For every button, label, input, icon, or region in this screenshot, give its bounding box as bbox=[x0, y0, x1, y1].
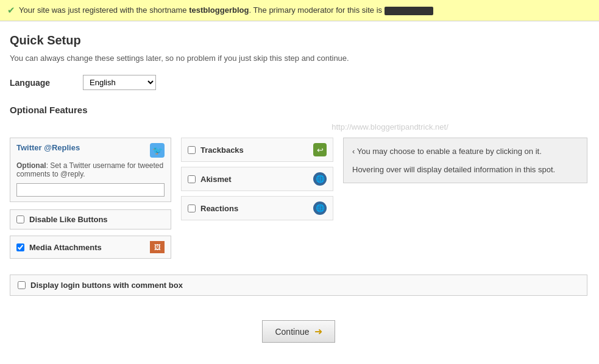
reactions-icon: 🌐 bbox=[313, 201, 327, 215]
continue-area: Continue ➜ bbox=[10, 320, 587, 343]
akismet-label[interactable]: Akismet bbox=[200, 175, 308, 184]
continue-arrow-icon: ➜ bbox=[314, 326, 322, 337]
akismet-icon: 🌐 bbox=[313, 172, 327, 186]
language-row: Language English French Spanish German I… bbox=[10, 75, 587, 90]
trackbacks-row: Trackbacks ↩ bbox=[181, 138, 333, 162]
info-box: ‹ You may choose to enable a feature by … bbox=[343, 138, 587, 183]
media-icon: 🖼 bbox=[150, 241, 165, 253]
reactions-checkbox[interactable] bbox=[188, 205, 196, 212]
continue-label: Continue bbox=[275, 327, 309, 337]
twitter-description: Optional: Set a Twitter username for twe… bbox=[16, 161, 165, 178]
twitter-icon: 🐦 bbox=[150, 143, 165, 158]
language-select[interactable]: English French Spanish German Italian Po… bbox=[83, 75, 156, 90]
info-line2: Hovering over will display detailed info… bbox=[352, 164, 578, 176]
banner-text: Your site was just registered with the s… bbox=[19, 5, 433, 15]
continue-button[interactable]: Continue ➜ bbox=[262, 320, 335, 343]
twitter-username-input[interactable] bbox=[16, 183, 165, 197]
main-content: Quick Setup You can always change these … bbox=[0, 21, 597, 364]
registration-banner: ✔ Your site was just registered with the… bbox=[0, 0, 599, 21]
media-attachments-label[interactable]: Media Attachments bbox=[29, 243, 102, 252]
twitter-header: Twitter @Replies 🐦 bbox=[16, 143, 165, 158]
left-column: Twitter @Replies 🐦 Optional: Set a Twitt… bbox=[10, 138, 171, 265]
subtitle-text: You can always change these settings lat… bbox=[10, 54, 587, 63]
display-login-row: Display login buttons with comment box bbox=[10, 275, 587, 296]
middle-column: Trackbacks ↩ Akismet 🌐 Reactions 🌐 bbox=[181, 138, 333, 225]
akismet-checkbox[interactable] bbox=[188, 175, 196, 183]
reactions-row: Reactions 🌐 bbox=[181, 196, 333, 220]
trackbacks-label[interactable]: Trackbacks bbox=[200, 145, 308, 155]
disable-like-checkbox[interactable] bbox=[16, 215, 24, 223]
shortname: testbloggerblog bbox=[189, 5, 249, 15]
media-attachments-row: Media Attachments 🖼 bbox=[10, 236, 171, 259]
disable-like-label[interactable]: Disable Like Buttons bbox=[29, 215, 108, 224]
page-title: Quick Setup bbox=[10, 33, 587, 47]
twitter-replies-box: Twitter @Replies 🐦 Optional: Set a Twitt… bbox=[10, 138, 171, 202]
watermark: http://www.bloggertipandtrick.net/ bbox=[10, 122, 587, 131]
trackbacks-icon: ↩ bbox=[313, 143, 327, 156]
language-label: Language bbox=[10, 78, 71, 88]
display-login-label[interactable]: Display login buttons with comment box bbox=[30, 281, 183, 290]
akismet-row: Akismet 🌐 bbox=[181, 167, 333, 191]
twitter-title: Twitter @Replies bbox=[16, 143, 80, 152]
disable-like-row: Disable Like Buttons bbox=[10, 209, 171, 229]
display-login-checkbox[interactable] bbox=[18, 281, 26, 289]
features-layout: Twitter @Replies 🐦 Optional: Set a Twitt… bbox=[10, 138, 587, 265]
redacted-username bbox=[385, 7, 433, 15]
optional-features-title: Optional Features bbox=[10, 105, 587, 115]
media-attachments-checkbox[interactable] bbox=[16, 243, 24, 251]
check-icon: ✔ bbox=[7, 5, 15, 16]
trackbacks-checkbox[interactable] bbox=[188, 146, 196, 154]
optional-label: Optional bbox=[16, 161, 46, 170]
info-line1: ‹ You may choose to enable a feature by … bbox=[352, 145, 578, 158]
reactions-label[interactable]: Reactions bbox=[200, 204, 308, 213]
